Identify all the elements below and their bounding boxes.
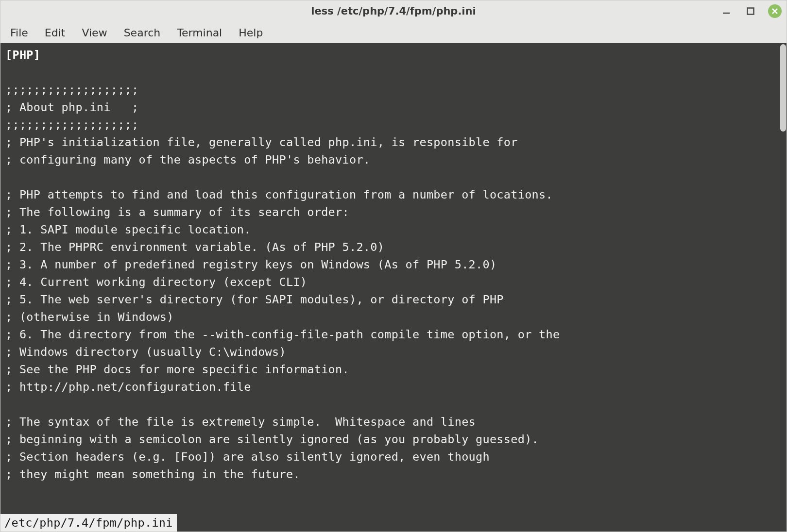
menu-terminal[interactable]: Terminal [177, 27, 222, 39]
window-controls [719, 0, 782, 22]
terminal-area[interactable]: [PHP] ;;;;;;;;;;;;;;;;;;; ; About php.in… [0, 43, 787, 532]
menu-help[interactable]: Help [239, 27, 263, 39]
svg-rect-1 [748, 8, 754, 15]
menu-search[interactable]: Search [124, 27, 161, 39]
titlebar: less /etc/php/7.4/fpm/php.ini [0, 0, 787, 22]
menu-file[interactable]: File [10, 27, 28, 39]
less-status-bar: /etc/php/7.4/fpm/php.ini [0, 514, 787, 532]
scrollbar-thumb[interactable] [780, 44, 786, 132]
terminal-text[interactable]: [PHP] ;;;;;;;;;;;;;;;;;;; ; About php.in… [0, 43, 787, 514]
terminal-window: less /etc/php/7.4/fpm/php.ini File Edit … [0, 0, 787, 532]
window-title: less /etc/php/7.4/fpm/php.ini [311, 5, 476, 17]
maximize-icon[interactable] [744, 4, 757, 18]
close-icon[interactable] [768, 4, 782, 18]
less-status-text: /etc/php/7.4/fpm/php.ini [0, 514, 177, 532]
menu-view[interactable]: View [82, 27, 107, 39]
scrollbar[interactable] [780, 43, 787, 532]
menubar: File Edit View Search Terminal Help [0, 22, 787, 43]
minimize-icon[interactable] [719, 4, 733, 18]
menu-edit[interactable]: Edit [45, 27, 66, 39]
